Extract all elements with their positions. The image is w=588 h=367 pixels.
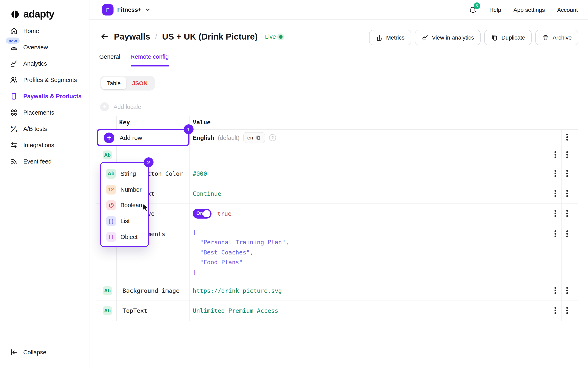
type-menu-item-string[interactable]: Ab String [101, 166, 148, 182]
live-dot-icon [279, 35, 282, 39]
row-menu-kebab-icon[interactable] [551, 190, 559, 197]
help-circle-icon[interactable]: ? [269, 134, 277, 142]
svg-text:A: A [10, 125, 13, 129]
tab-remote-config[interactable]: Remote config [130, 53, 169, 67]
sidebar-item-integrations[interactable]: Integrations [0, 137, 89, 153]
string-type-icon: Ab [106, 169, 116, 179]
svg-text:?: ? [271, 135, 274, 140]
list-type-icon: [] [106, 216, 116, 226]
sidebar-item-ab-tests[interactable]: AB A/B tests [0, 121, 89, 137]
app-avatar: F [102, 4, 113, 16]
row-menu-kebab-icon[interactable] [563, 287, 571, 294]
collapse-icon [10, 348, 18, 356]
locale-code-chip[interactable]: en [243, 132, 265, 143]
placements-grid-icon [10, 108, 18, 117]
home-icon [10, 27, 18, 35]
row-value[interactable]: true [217, 210, 232, 217]
back-arrow-icon[interactable] [100, 32, 109, 41]
metrics-button[interactable]: Metrics [369, 30, 411, 45]
table-border [96, 300, 578, 301]
type-badge-string: Ab [103, 306, 112, 315]
sidebar-item-analytics[interactable]: Analytics [0, 55, 89, 72]
metrics-icon [375, 34, 383, 41]
sidebar-item-placements[interactable]: Placements [0, 104, 89, 121]
row-menu-kebab-icon[interactable] [563, 151, 571, 159]
add-locale-label: Add locale [113, 104, 141, 110]
account-link[interactable]: Account [557, 7, 578, 13]
add-row-button[interactable]: Add row 1 [97, 129, 190, 146]
row-menu-kebab-icon[interactable] [551, 287, 559, 294]
sidebar-item-profiles-segments[interactable]: Profiles & Segments [0, 72, 89, 88]
breadcrumb-paywalls[interactable]: Paywalls [114, 32, 150, 42]
table-border [96, 164, 578, 164]
notification-count-badge: 5 [474, 2, 480, 9]
overview-icon [10, 43, 18, 51]
row-menu-kebab-icon[interactable] [551, 307, 559, 314]
row-menu-kebab-icon[interactable] [563, 190, 571, 197]
row-menu-kebab-icon[interactable] [563, 307, 571, 314]
table-border [96, 184, 578, 184]
type-menu-item-number[interactable]: 12 Number [101, 182, 148, 197]
view-toggle-table[interactable]: Table [101, 77, 126, 89]
view-toggle-json[interactable]: JSON [126, 77, 153, 89]
row-key[interactable]: Background_image [122, 287, 180, 294]
row-menu-kebab-icon[interactable] [563, 210, 571, 217]
row-menu-kebab-icon[interactable] [563, 230, 571, 238]
type-menu-item-object[interactable]: {} Object [101, 229, 148, 245]
add-locale-button[interactable]: Add locale [100, 102, 141, 111]
column-header-key: Key [119, 119, 130, 125]
view-in-analytics-button[interactable]: View in analytics [415, 30, 481, 45]
duplicate-button[interactable]: Duplicate [484, 30, 532, 45]
page-title: US + UK (Drink Picture) [162, 32, 258, 42]
boolean-toggle[interactable]: On [193, 209, 212, 218]
row-value[interactable]: https://drink-picture.svg [193, 287, 282, 294]
row-key[interactable]: TopText [122, 308, 147, 314]
type-menu-item-list[interactable]: [] List [101, 213, 148, 229]
table-border [96, 281, 578, 281]
type-menu-item-boolean[interactable]: Boolean [101, 197, 148, 213]
sidebar-item-paywalls-products[interactable]: Paywalls & Products [0, 88, 89, 104]
locale-code: en [247, 134, 253, 141]
sidebar-item-label: Integrations [23, 142, 54, 149]
breadcrumb-separator: / [155, 32, 157, 41]
app-settings-link[interactable]: App settings [513, 7, 545, 13]
app-name: Fitness+ [117, 7, 141, 13]
tabs-divider [90, 68, 588, 68]
row-value[interactable]: [ "Personal Training Plan", "Best Coache… [193, 227, 289, 277]
table-border [96, 224, 578, 224]
row-menu-kebab-icon[interactable] [551, 151, 559, 159]
chevron-down-icon [145, 7, 151, 13]
ab-test-icon: AB [10, 125, 18, 133]
tab-general[interactable]: General [99, 53, 120, 67]
sidebar-collapse-button[interactable]: Collapse [10, 344, 46, 360]
sidebar-item-home[interactable]: Home [0, 23, 89, 39]
table-column-border [562, 129, 562, 321]
sidebar-item-label: Home [23, 28, 39, 34]
row-value[interactable]: Continue [193, 191, 221, 197]
row-value[interactable]: Unlimited Premium Access [193, 308, 278, 314]
plus-circle-icon [104, 132, 114, 143]
type-menu-label: String [121, 171, 136, 177]
row-menu-kebab-icon[interactable] [551, 210, 559, 217]
notifications-button[interactable]: 5 [468, 5, 477, 14]
sidebar-item-event-feed[interactable]: Event feed [0, 153, 89, 170]
table-column-border [190, 116, 190, 321]
page-tabs: General Remote config [99, 53, 169, 67]
row-value[interactable]: #000 [193, 170, 207, 177]
toggle-on-label: On [196, 211, 203, 216]
archive-button[interactable]: Archive [536, 30, 578, 45]
app-switcher[interactable]: F Fitness+ [102, 4, 151, 16]
plus-icon [100, 102, 109, 111]
type-badge-string: Ab [103, 150, 112, 159]
header-actions: Metrics View in analytics Duplicate Arch… [369, 30, 578, 45]
sidebar-item-overview[interactable]: new Overview [0, 39, 89, 55]
view-in-analytics-label: View in analytics [432, 34, 474, 41]
live-label: Live [265, 33, 276, 40]
row-menu-kebab-icon[interactable] [551, 170, 559, 177]
help-link[interactable]: Help [489, 7, 501, 13]
row-menu-kebab-icon[interactable] [563, 134, 571, 141]
row-menu-kebab-icon[interactable] [551, 230, 559, 238]
row-menu-kebab-icon[interactable] [563, 170, 571, 177]
sidebar: adapty Home new Overview Analytics Profi… [0, 0, 89, 367]
sidebar-nav: Home new Overview Analytics Profiles & S… [0, 23, 89, 170]
